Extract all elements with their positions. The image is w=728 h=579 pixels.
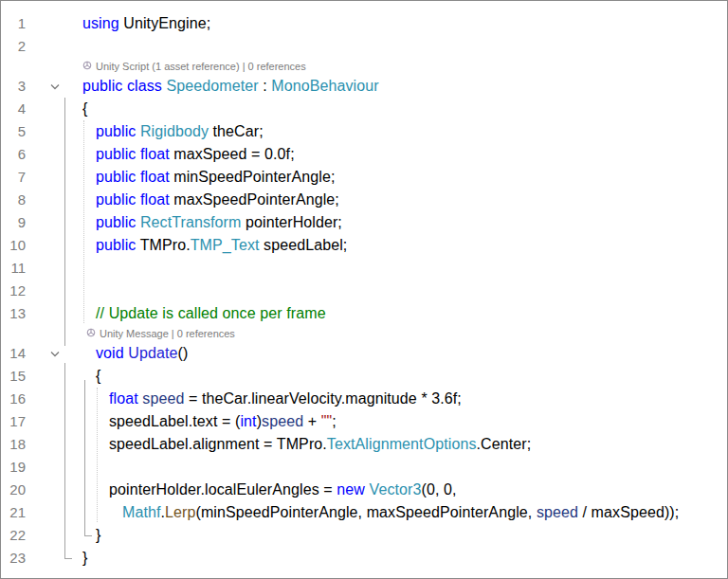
fold-margin <box>26 189 77 211</box>
code-line[interactable]: 10public TMPro.TMP_Text speedLabel; <box>1 234 727 257</box>
code-line-text[interactable]: float speed = theCar.linearVelocity.magn… <box>77 388 462 410</box>
token-type: MonoBehaviour <box>271 78 378 94</box>
token-plain: / maxSpeed)); <box>578 504 679 520</box>
fold-margin <box>26 433 77 456</box>
code-line[interactable]: 1using UnityEngine; <box>1 12 727 35</box>
code-line[interactable]: 7public float minSpeedPointerAngle; <box>1 166 727 189</box>
code-line-text[interactable]: Mathf.Lerp(minSpeedPointerAngle, maxSpee… <box>77 501 679 524</box>
code-line-text[interactable]: } <box>77 524 100 547</box>
code-line-text[interactable]: void Update() <box>77 342 188 365</box>
code-line-text[interactable]: public Rigidbody theCar; <box>77 120 264 143</box>
token-plain: pointerHolder; <box>241 214 341 230</box>
line-number: 12 <box>1 280 26 302</box>
code-line[interactable]: 3public class Speedometer : MonoBehaviou… <box>1 75 727 98</box>
token-keyword: public float <box>96 169 170 185</box>
fold-margin <box>26 12 77 35</box>
line-number: 9 <box>1 211 26 234</box>
line-number: 5 <box>1 120 26 143</box>
token-plain: = theCar.linearVelocity.magnitude * 3.6f… <box>184 390 462 407</box>
token-local: speed <box>262 413 303 429</box>
code-line[interactable]: 22} <box>1 524 727 547</box>
token-keyword: public float <box>96 191 170 208</box>
token-plain: : <box>259 78 272 94</box>
token-plain: + <box>303 413 321 429</box>
chevron-down-icon[interactable] <box>48 348 61 360</box>
code-line[interactable]: 12 <box>1 280 727 302</box>
code-line[interactable]: 16float speed = theCar.linearVelocity.ma… <box>1 388 727 410</box>
token-string: "" <box>321 413 333 429</box>
code-line[interactable]: 4{ <box>1 98 727 120</box>
line-number: 15 <box>1 365 26 388</box>
code-line-text[interactable]: } <box>77 547 87 570</box>
token-comment: // Update is called once per frame <box>96 305 326 321</box>
token-type: TMP_Text <box>191 237 260 253</box>
code-line-text[interactable]: public class Speedometer : MonoBehaviour <box>77 75 379 98</box>
code-line-text[interactable]: using UnityEngine; <box>77 12 210 35</box>
code-line[interactable]: 19 <box>1 456 727 479</box>
code-line[interactable]: 15{ <box>1 365 727 388</box>
code-line[interactable]: 9public RectTransform pointerHolder; <box>1 211 727 234</box>
codelens-row[interactable]: Unity Script (1 asset reference) | 0 ref… <box>1 58 727 75</box>
code-line[interactable]: 17speedLabel.text = (int)speed + ""; <box>1 410 727 433</box>
token-plain: theCar; <box>209 123 264 139</box>
fold-margin <box>26 120 77 143</box>
token-plain: { <box>82 100 87 117</box>
code-line[interactable]: 18speedLabel.alignment = TMPro.TextAlign… <box>1 433 727 456</box>
code-line[interactable]: 20pointerHolder.localEulerAngles = new V… <box>1 479 727 501</box>
line-number: 13 <box>1 302 26 325</box>
line-number: 7 <box>1 166 26 189</box>
token-plain: ; <box>332 413 337 429</box>
token-keyword: public <box>96 237 140 253</box>
code-line[interactable]: 21Mathf.Lerp(minSpeedPointerAngle, maxSp… <box>1 501 727 524</box>
token-type: RectTransform <box>140 214 242 230</box>
code-line-text[interactable]: pointerHolder.localEulerAngles = new Vec… <box>77 479 457 501</box>
token-plain: TMPro. <box>140 237 191 253</box>
fold-margin <box>26 35 77 58</box>
token-type: Mathf <box>122 504 161 520</box>
token-keyword: using <box>82 15 119 31</box>
code-line-text[interactable]: public float maxSpeedPointerAngle; <box>77 189 339 211</box>
fold-margin <box>26 547 77 570</box>
fold-margin <box>26 58 77 75</box>
code-line-text[interactable]: public float minSpeedPointerAngle; <box>77 166 335 189</box>
code-line[interactable]: 14void Update() <box>1 342 727 365</box>
token-keyword: public <box>96 214 140 230</box>
fold-margin <box>26 325 77 342</box>
code-line-text[interactable]: speedLabel.text = (int)speed + ""; <box>77 410 337 433</box>
code-line-text[interactable]: speedLabel.alignment = TMPro.TextAlignme… <box>77 433 531 456</box>
token-plain: { <box>96 368 100 384</box>
code-line-text[interactable]: public float maxSpeed = 0.0f; <box>77 143 295 166</box>
code-line[interactable]: 5public Rigidbody theCar; <box>1 120 727 143</box>
fold-margin <box>26 280 77 302</box>
token-unity_message: Update <box>128 345 177 361</box>
code-line[interactable]: 8public float maxSpeedPointerAngle; <box>1 189 727 211</box>
token-plain: UnityEngine; <box>119 15 210 31</box>
token-type: Vector3 <box>370 481 422 498</box>
token-plain: maxSpeedPointerAngle; <box>170 191 339 208</box>
code-line-text[interactable]: { <box>77 365 100 388</box>
token-plain: maxSpeed = 0.0f; <box>170 146 295 162</box>
token-plain: pointerHolder.localEulerAngles = <box>109 481 337 498</box>
token-type: TextAlignmentOptions <box>327 436 477 452</box>
token-keyword: float <box>109 390 142 407</box>
line-number: 2 <box>1 35 26 58</box>
chevron-down-icon[interactable] <box>48 81 61 93</box>
codelens-row[interactable]: Unity Message | 0 references <box>1 325 727 342</box>
token-plain: speedLabel.text = ( <box>109 413 240 429</box>
fold-margin <box>26 98 77 120</box>
code-line[interactable]: 6public float maxSpeed = 0.0f; <box>1 143 727 166</box>
code-area[interactable]: 1using UnityEngine;2Unity Script (1 asse… <box>1 1 727 570</box>
code-line[interactable]: 11 <box>1 257 727 280</box>
fold-margin <box>26 342 77 365</box>
code-line[interactable]: 23} <box>1 547 727 570</box>
line-number: 6 <box>1 143 26 166</box>
fold-margin <box>26 143 77 166</box>
line-number: 18 <box>1 433 26 456</box>
code-line-text[interactable]: public RectTransform pointerHolder; <box>77 211 342 234</box>
fold-margin <box>26 166 77 189</box>
token-keyword: public class <box>82 78 166 94</box>
line-number: 20 <box>1 479 26 501</box>
code-line-text[interactable]: public TMPro.TMP_Text speedLabel; <box>77 234 347 257</box>
line-number: 23 <box>1 547 26 570</box>
code-line-text[interactable]: { <box>77 98 87 120</box>
